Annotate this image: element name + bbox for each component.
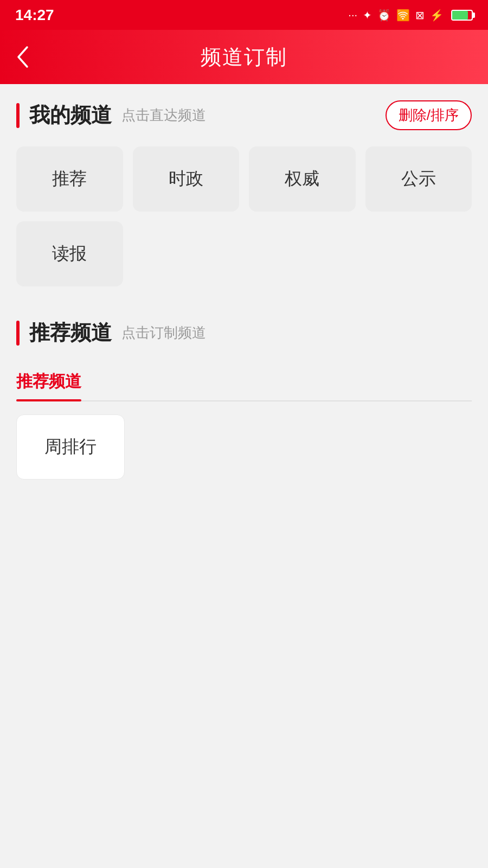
channel-item-tuijian[interactable]: 推荐 (16, 146, 123, 212)
edit-sort-button[interactable]: 删除/排序 (386, 100, 472, 130)
status-icons: ··· ✦ ⏰ 🛜 ⊠ ⚡ (348, 9, 473, 22)
channel-item-quanwei[interactable]: 权威 (249, 146, 356, 212)
my-channels-subtitle: 点击直达频道 (121, 106, 206, 125)
battery-fill (452, 11, 468, 20)
recommended-tab-container: 推荐频道 (16, 363, 472, 401)
my-channels-grid: 推荐 时政 权威 公示 读报 (16, 146, 472, 286)
bluetooth-icon: ✦ (363, 9, 372, 22)
rec-channel-item-zhoupaihang[interactable]: 周排行 (16, 414, 125, 480)
alarm-icon: ⏰ (377, 9, 391, 22)
section-title-group: 我的频道 点击直达频道 (16, 101, 206, 129)
back-button[interactable] (15, 45, 30, 69)
recommended-channels-header: 推荐频道 点击订制频道 (16, 319, 472, 347)
status-bar: 14:27 ··· ✦ ⏰ 🛜 ⊠ ⚡ (0, 0, 488, 30)
recommended-channels-subtitle: 点击订制频道 (121, 323, 206, 342)
channel-item-gongshi[interactable]: 公示 (365, 146, 472, 212)
tab-recommended[interactable]: 推荐频道 (16, 363, 81, 400)
wifi-icon: 🛜 (396, 9, 410, 22)
battery-icon (451, 10, 473, 21)
recommended-channels-title: 推荐频道 (29, 319, 112, 347)
rec-section-bar-indicator (16, 321, 20, 346)
recommended-channels-section: 推荐频道 点击订制频道 推荐频道 周排行 (0, 303, 488, 480)
channel-item-shizheng[interactable]: 时政 (133, 146, 240, 212)
recommended-channels-grid: 周排行 (16, 414, 472, 480)
lightning-icon: ⚡ (430, 9, 444, 22)
status-time: 14:27 (15, 7, 54, 24)
sim-icon: ⊠ (415, 9, 425, 22)
section-bar-indicator (16, 103, 20, 128)
my-channels-section: 我的频道 点击直达频道 删除/排序 推荐 时政 权威 公示 读报 (0, 84, 488, 286)
channel-item-dubao[interactable]: 读报 (16, 221, 123, 286)
page-title: 频道订制 (201, 43, 287, 71)
main-content: 我的频道 点击直达频道 删除/排序 推荐 时政 权威 公示 读报 (0, 84, 488, 480)
app-header: 频道订制 (0, 30, 488, 84)
my-channels-header: 我的频道 点击直达频道 删除/排序 (16, 100, 472, 130)
signal-dots-icon: ··· (348, 9, 357, 21)
my-channels-title: 我的频道 (29, 101, 112, 129)
